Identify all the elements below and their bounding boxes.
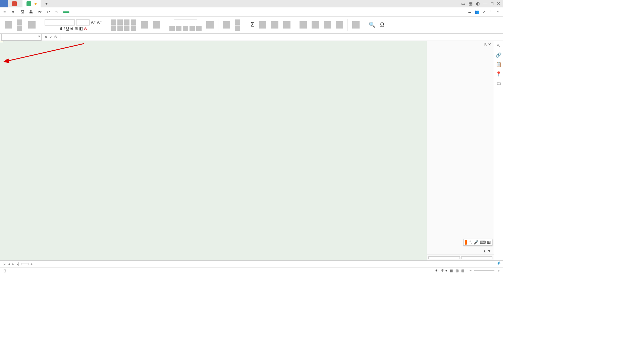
font-select[interactable]: [45, 19, 75, 26]
collab-button[interactable]: 👥: [475, 10, 479, 14]
find-button[interactable]: 🔍: [367, 18, 377, 33]
tab-workbook[interactable]: [22, 0, 41, 7]
inc-font-icon[interactable]: A⁺: [91, 20, 96, 25]
collapse-icon[interactable]: ＾: [496, 9, 500, 14]
formula-input[interactable]: [60, 34, 503, 41]
preview-icon[interactable]: 👁: [38, 10, 42, 14]
cond-format[interactable]: [221, 18, 231, 33]
cellstyle-icon[interactable]: [235, 26, 240, 31]
bold-icon[interactable]: B: [59, 26, 62, 31]
percent-icon[interactable]: [176, 26, 181, 31]
user-icon[interactable]: ◐: [476, 1, 480, 6]
dec-inc-icon[interactable]: [190, 26, 195, 31]
grid-icon[interactable]: ▦: [469, 1, 473, 6]
tab-add[interactable]: ＋: [41, 0, 52, 7]
align-left-icon[interactable]: [111, 26, 116, 31]
redo-icon[interactable]: ↷: [55, 10, 58, 14]
clipboard-icon[interactable]: 📋: [496, 62, 501, 67]
size-select[interactable]: [76, 19, 90, 26]
ime-punct-icon[interactable]: °,: [470, 240, 472, 245]
menu-formula[interactable]: [90, 11, 94, 13]
menu-layout[interactable]: [82, 11, 86, 13]
more-icon[interactable]: ⋮: [489, 10, 493, 14]
dec-dec-icon[interactable]: [196, 26, 202, 31]
show-all-button[interactable]: [428, 256, 460, 259]
strike-icon[interactable]: S: [70, 26, 73, 31]
merge-button[interactable]: [140, 18, 150, 33]
undo-icon[interactable]: ↶: [47, 10, 50, 14]
move-up-icon[interactable]: ▲: [483, 249, 486, 253]
menu-data[interactable]: [98, 11, 102, 13]
currency-icon[interactable]: [169, 26, 175, 31]
freeze-button[interactable]: [334, 18, 344, 33]
accept-icon[interactable]: ✓: [49, 35, 52, 39]
align-right-icon[interactable]: [124, 26, 129, 31]
format-painter[interactable]: [27, 18, 37, 33]
border-icon[interactable]: ⊞: [74, 26, 78, 31]
lang-icon[interactable]: 中 ▾: [441, 268, 447, 273]
ime-bar[interactable]: °, 🎤 ⌨ ▦: [463, 239, 492, 246]
comma-icon[interactable]: [183, 26, 188, 31]
view-normal-icon[interactable]: ▦: [450, 269, 453, 272]
font-color-icon[interactable]: A: [84, 26, 87, 31]
hamburger-icon[interactable]: ≡: [3, 10, 6, 14]
indent-icon[interactable]: [131, 26, 136, 31]
align-bot-icon[interactable]: [124, 19, 129, 25]
filter-button[interactable]: [258, 18, 268, 33]
menu-dev[interactable]: [122, 11, 126, 13]
align-center-icon[interactable]: [117, 26, 123, 31]
menu-member[interactable]: [130, 11, 134, 13]
zoom-out-icon[interactable]: −: [470, 269, 472, 272]
underline-icon[interactable]: U: [66, 26, 69, 31]
ime-menu-icon[interactable]: ▦: [487, 240, 491, 245]
fill-button[interactable]: [282, 18, 292, 33]
type-convert[interactable]: [205, 18, 215, 33]
paste-group[interactable]: [3, 18, 13, 33]
eye-icon[interactable]: 👁: [435, 269, 438, 272]
sheet-last-icon[interactable]: ▸|: [16, 262, 20, 266]
tabletool-button[interactable]: [351, 18, 361, 33]
backup-icon[interactable]: 🗂: [496, 81, 501, 86]
sheet-tab[interactable]: [21, 263, 29, 265]
number-format[interactable]: [174, 19, 197, 25]
print-icon[interactable]: 🖶: [29, 10, 33, 14]
sort-button[interactable]: [270, 18, 280, 33]
zoom-in-icon[interactable]: ＋: [497, 268, 500, 273]
view-break-icon[interactable]: ▤: [461, 269, 464, 272]
fx-icon[interactable]: fx: [54, 35, 57, 39]
wrap-button[interactable]: [152, 18, 162, 33]
maximize-icon[interactable]: □: [491, 1, 493, 6]
menu-start[interactable]: [63, 11, 69, 13]
name-box[interactable]: [1, 34, 42, 41]
pin-icon[interactable]: ⇱: [484, 42, 487, 46]
save-icon[interactable]: 🖫: [20, 10, 24, 14]
menu-insert[interactable]: [74, 11, 77, 13]
tab-templates[interactable]: [8, 0, 22, 7]
menu-review[interactable]: [106, 11, 110, 13]
cells-button[interactable]: [298, 18, 308, 33]
align-top-icon[interactable]: [111, 19, 116, 25]
sum-button[interactable]: Σ: [249, 18, 256, 33]
menu-file[interactable]: ▾: [10, 9, 16, 15]
rowcol-button[interactable]: [310, 18, 320, 33]
scissors-icon[interactable]: [17, 19, 22, 25]
zoom-slider[interactable]: [474, 270, 494, 271]
view-page-icon[interactable]: ▥: [455, 269, 459, 272]
menu-view[interactable]: [114, 11, 118, 13]
layout-icon[interactable]: ▭: [461, 1, 465, 6]
panel-close-icon[interactable]: ✕: [488, 42, 491, 46]
location-icon[interactable]: 📍: [496, 71, 501, 77]
copy-icon[interactable]: [17, 26, 22, 31]
orient-icon[interactable]: [131, 19, 136, 25]
align-mid-icon[interactable]: [117, 19, 123, 25]
fill-color-icon[interactable]: ◧: [79, 26, 83, 31]
minimize-icon[interactable]: —: [483, 1, 487, 6]
dec-font-icon[interactable]: A⁻: [97, 20, 102, 25]
hide-all-button[interactable]: [461, 256, 493, 259]
sheet-first-icon[interactable]: |◂: [2, 262, 6, 266]
symbol-button[interactable]: Ω: [379, 18, 385, 33]
italic-icon[interactable]: I: [64, 26, 65, 31]
close-icon[interactable]: ✕: [497, 1, 500, 6]
sheet-next-icon[interactable]: ▸: [12, 262, 15, 266]
ime-mic-icon[interactable]: 🎤: [474, 240, 479, 245]
